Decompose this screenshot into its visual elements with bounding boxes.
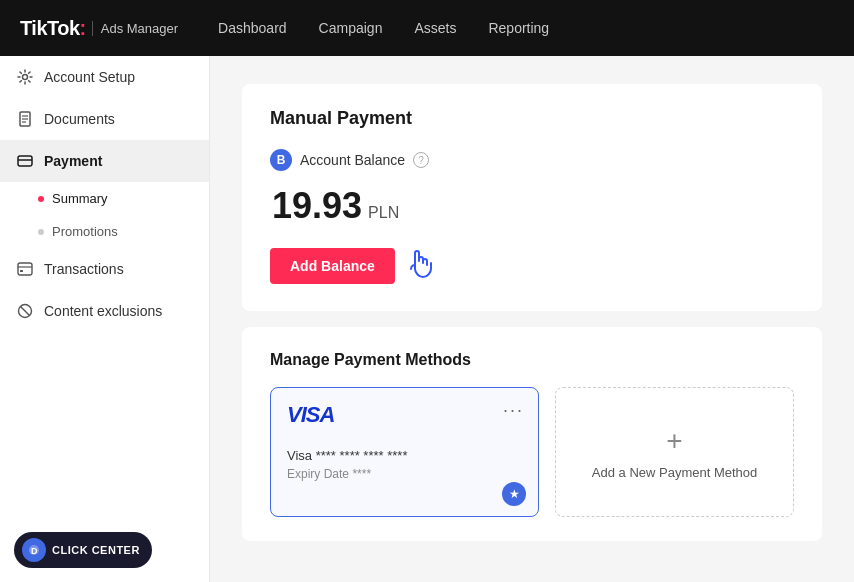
sidebar-account-setup-label: Account Setup bbox=[44, 69, 135, 85]
visa-payment-card: ··· VISA Visa **** **** **** **** Expiry… bbox=[270, 387, 539, 517]
sidebar-item-transactions[interactable]: Transactions bbox=[0, 248, 209, 290]
add-balance-button[interactable]: Add Balance bbox=[270, 248, 395, 284]
svg-point-0 bbox=[23, 75, 28, 80]
logo: TikTok: Ads Manager bbox=[20, 17, 178, 40]
sidebar-item-account-setup[interactable]: Account Setup bbox=[0, 56, 209, 98]
balance-amount: 19.93 PLN bbox=[270, 185, 794, 227]
manual-payment-title: Manual Payment bbox=[270, 108, 794, 129]
sidebar-item-content-exclusions[interactable]: Content exclusions bbox=[0, 290, 209, 332]
sidebar-promotions-label: Promotions bbox=[52, 224, 118, 239]
svg-rect-5 bbox=[18, 156, 32, 166]
sidebar-summary-label: Summary bbox=[52, 191, 108, 206]
active-dot bbox=[38, 196, 44, 202]
balance-value: 19.93 bbox=[272, 185, 362, 227]
add-plus-icon: + bbox=[666, 425, 682, 457]
account-balance-label: Account Balance bbox=[300, 152, 405, 168]
svg-text:D: D bbox=[31, 546, 38, 556]
svg-line-11 bbox=[21, 307, 30, 316]
sidebar: Account Setup Documents Pa bbox=[0, 56, 210, 582]
sidebar-sub-summary[interactable]: Summary bbox=[0, 182, 209, 215]
nav-reporting[interactable]: Reporting bbox=[488, 20, 549, 36]
card-star-badge: ★ bbox=[502, 482, 526, 506]
help-icon[interactable]: ? bbox=[413, 152, 429, 168]
watermark-label: CLICK CENTER bbox=[52, 544, 140, 556]
manual-payment-section: Manual Payment B Account Balance ? 19.93… bbox=[242, 84, 822, 311]
card-options-button[interactable]: ··· bbox=[503, 400, 524, 421]
transactions-icon bbox=[16, 260, 34, 278]
tiktok-logo: TikTok: bbox=[20, 17, 86, 40]
payment-methods-row: ··· VISA Visa **** **** **** **** Expiry… bbox=[270, 387, 794, 517]
sidebar-payment-sub: Summary Promotions bbox=[0, 182, 209, 248]
expiry-label: Expiry Date bbox=[287, 467, 349, 481]
nav-dashboard[interactable]: Dashboard bbox=[218, 20, 287, 36]
sidebar-item-payment[interactable]: Payment bbox=[0, 140, 209, 182]
sidebar-item-documents[interactable]: Documents bbox=[0, 98, 209, 140]
svg-rect-7 bbox=[18, 263, 32, 275]
sidebar-transactions-label: Transactions bbox=[44, 261, 124, 277]
add-payment-method-card[interactable]: + Add a New Payment Method bbox=[555, 387, 794, 517]
svg-rect-9 bbox=[20, 270, 23, 272]
add-payment-label: Add a New Payment Method bbox=[592, 465, 757, 480]
gear-icon bbox=[16, 68, 34, 86]
sidebar-documents-label: Documents bbox=[44, 111, 115, 127]
balance-currency: PLN bbox=[368, 204, 399, 222]
main-content: Manual Payment B Account Balance ? 19.93… bbox=[210, 56, 854, 582]
balance-row: B Account Balance ? bbox=[270, 149, 794, 171]
watermark-logo: D bbox=[22, 538, 46, 562]
exclusions-icon bbox=[16, 302, 34, 320]
card-number: Visa **** **** **** **** bbox=[287, 448, 522, 463]
watermark: D CLICK CENTER bbox=[14, 532, 152, 568]
layout: Account Setup Documents Pa bbox=[0, 56, 854, 582]
documents-icon bbox=[16, 110, 34, 128]
payment-icon bbox=[16, 152, 34, 170]
visa-logo: VISA bbox=[287, 402, 522, 428]
add-balance-row: Add Balance bbox=[270, 245, 794, 287]
sidebar-content-exclusions-label: Content exclusions bbox=[44, 303, 162, 319]
nav-links: Dashboard Campaign Assets Reporting bbox=[218, 19, 549, 37]
inactive-dot bbox=[38, 229, 44, 235]
nav-campaign[interactable]: Campaign bbox=[319, 20, 383, 36]
manage-payment-title: Manage Payment Methods bbox=[270, 351, 794, 369]
balance-icon: B bbox=[270, 149, 292, 171]
expiry-value: **** bbox=[352, 467, 371, 481]
cursor-hand-icon bbox=[405, 245, 437, 287]
card-expiry: Expiry Date **** bbox=[287, 467, 522, 481]
ads-manager-label: Ads Manager bbox=[92, 21, 178, 36]
sidebar-sub-promotions[interactable]: Promotions bbox=[0, 215, 209, 248]
nav-assets[interactable]: Assets bbox=[414, 20, 456, 36]
sidebar-payment-label: Payment bbox=[44, 153, 102, 169]
manage-payment-section: Manage Payment Methods ··· VISA Visa ***… bbox=[242, 327, 822, 541]
top-navigation: TikTok: Ads Manager Dashboard Campaign A… bbox=[0, 0, 854, 56]
